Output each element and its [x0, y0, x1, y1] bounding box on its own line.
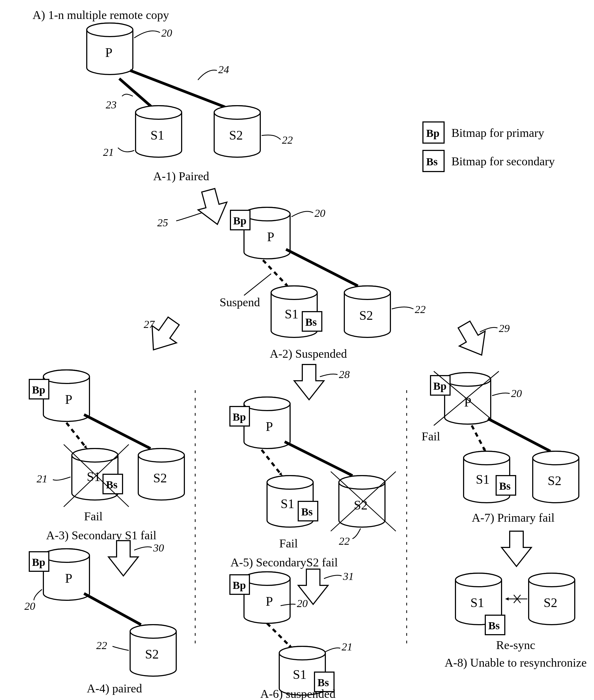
label-bs-a8: Bs [488, 620, 500, 632]
label-s2: S2 [229, 128, 243, 142]
legend-bp-box: Bp [426, 127, 439, 139]
label-p-a4: P [65, 571, 72, 585]
svg-point-7 [136, 106, 182, 119]
caption-a5: A-5) SecondaryS2 fail [230, 556, 338, 569]
label-s1-a6: S1 [293, 667, 307, 681]
label-bs-a6: Bs [318, 676, 329, 689]
label-s1-a7: S1 [476, 472, 490, 486]
label-fail-a3: Fail [84, 510, 102, 523]
block-arrow-a1-a2 [194, 186, 232, 228]
diagram-title: A) 1-n multiple remote copy [33, 8, 169, 22]
ref-22-a5: 22 [339, 535, 350, 547]
ref-29: 29 [499, 322, 510, 335]
ref-22-a1: 22 [282, 134, 293, 146]
svg-line-15 [244, 274, 271, 295]
label-bp-a2: Bp [233, 215, 246, 227]
label-s2-a8: S2 [543, 595, 557, 610]
label-s2-a3: S2 [153, 471, 167, 485]
label-s1-a8: S1 [470, 595, 484, 610]
svg-point-54 [244, 572, 290, 585]
cylinder-p-a1: P [87, 23, 133, 74]
svg-point-11 [244, 207, 290, 221]
ref-31: 31 [343, 570, 354, 583]
svg-point-36 [43, 549, 90, 562]
svg-line-56 [267, 623, 291, 648]
legend-bs-box: Bs [426, 155, 437, 168]
label-p-a6: P [266, 594, 273, 608]
svg-line-26 [66, 423, 87, 449]
scene-a7: P Bp 20 Fail S1 Bs S2 A-7) Primary fail [422, 371, 579, 524]
label-bs-a5: Bs [301, 506, 312, 518]
svg-point-58 [279, 646, 325, 660]
ref-20-a7: 20 [511, 387, 522, 399]
ref-21-a1: 21 [103, 146, 114, 158]
label-bp-a4: Bp [32, 556, 45, 568]
legend: Bp Bitmap for primary Bs Bitmap for seco… [423, 122, 555, 172]
svg-point-47 [267, 476, 313, 489]
svg-point-40 [130, 625, 176, 638]
block-arrow-28 [294, 364, 324, 400]
ref-20-a2: 20 [315, 207, 325, 219]
svg-point-76 [529, 573, 575, 587]
caption-a2: A-2) Suspended [270, 347, 347, 360]
scene-a2: P Bp 20 Suspend S1 Bs S2 22 [220, 207, 426, 360]
caption-a8: A-8) Unable to resynchronize [444, 656, 587, 669]
ref-20-a1: 20 [161, 27, 172, 39]
label-bs-a7: Bs [499, 480, 510, 492]
svg-line-65 [472, 425, 485, 451]
scene-a1: P 20 23 24 S1 21 S2 22 [87, 23, 293, 183]
ref-23: 23 [106, 99, 117, 111]
svg-line-13 [263, 260, 287, 286]
scene-a5: P Bp S1 Bs S2 22 Fail A-5) SecondaryS2 f… [230, 397, 396, 569]
ref-22-a2: 22 [415, 303, 426, 315]
label-s2-a2: S2 [359, 308, 373, 322]
ref-22-a4: 22 [96, 639, 107, 652]
ref-21-a6: 21 [341, 641, 353, 653]
ref-24: 24 [218, 63, 229, 76]
svg-line-66 [488, 419, 550, 451]
svg-line-14 [286, 249, 358, 286]
label-bp-a5: Bp [233, 411, 246, 423]
svg-point-73 [456, 573, 501, 587]
caption-a6: A-6) suspended [260, 687, 335, 700]
label-p-a2: P [267, 230, 274, 244]
svg-point-9 [214, 106, 260, 119]
label-s2-a4: S2 [145, 647, 159, 661]
scene-a8: S1 Bs S2 Re-sync A-8) Unable to resynchr… [444, 573, 587, 669]
label-p-a3: P [65, 392, 72, 407]
label-s2-a5: S2 [354, 498, 368, 512]
svg-line-44 [262, 450, 282, 476]
label-p-a5: P [266, 419, 273, 433]
label-suspend: Suspend [220, 296, 260, 309]
cylinder-s2-a1: S2 [214, 106, 260, 157]
block-arrow-29 [451, 317, 495, 362]
scene-a3: P Bp S1 Bs 21 S2 Fail A-3) Secondary S1 … [29, 370, 184, 542]
svg-line-4 [119, 79, 152, 107]
label-s1-a5: S1 [280, 496, 294, 511]
ref-20-a6: 20 [297, 597, 308, 609]
label-bp-a3: Bp [32, 384, 45, 396]
svg-point-71 [533, 451, 579, 465]
diagram-canvas: text { font-family: "Times New Roman", T… [0, 0, 594, 700]
ref-27: 27 [144, 318, 155, 330]
svg-point-34 [138, 449, 184, 462]
label-fail-a7: Fail [422, 430, 440, 443]
svg-line-27 [84, 415, 151, 449]
label-bp-a7: Bp [433, 380, 447, 392]
svg-point-17 [271, 286, 317, 300]
legend-bp-text: Bitmap for primary [452, 126, 544, 140]
svg-point-29 [72, 449, 118, 462]
label-s1-a3: S1 [87, 469, 101, 484]
scene-a6: P Bp 20 S1 Bs 21 A-6) suspended [230, 572, 353, 700]
svg-point-42 [244, 397, 290, 411]
caption-a3: A-3) Secondary S1 fail [46, 529, 157, 542]
label-bs-a3: Bs [106, 479, 118, 491]
caption-a1: A-1) Paired [153, 170, 209, 183]
ref-21-a3: 21 [37, 473, 47, 485]
label-fail-a5: Fail [279, 537, 298, 550]
legend-bs-text: Bitmap for secondary [452, 155, 555, 168]
block-arrow-30 [108, 541, 138, 576]
svg-point-68 [464, 451, 510, 465]
ref-20-a4: 20 [24, 600, 35, 612]
caption-a7: A-7) Primary fail [472, 511, 554, 524]
